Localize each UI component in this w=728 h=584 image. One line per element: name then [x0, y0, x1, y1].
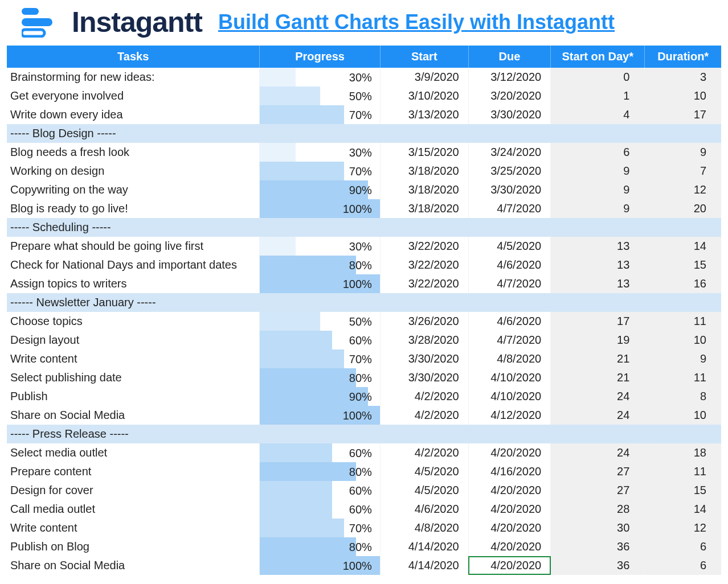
cell-progress[interactable]: 60% — [260, 443, 381, 462]
cell-progress[interactable]: 90% — [260, 387, 381, 406]
cell-task[interactable]: Prepare content — [7, 462, 260, 481]
cell-start[interactable]: 4/6/2020 — [380, 500, 468, 519]
cell-task[interactable]: Copywriting on the way — [7, 180, 260, 199]
cell-start-day[interactable]: 4 — [551, 105, 645, 124]
cell-start-day[interactable]: 24 — [551, 406, 645, 425]
cell-task[interactable]: Design for cover — [7, 481, 260, 500]
cell-progress[interactable]: 30% — [260, 143, 381, 162]
cell-start-day[interactable]: 36 — [551, 556, 645, 575]
cell-duration[interactable]: 11 — [645, 462, 721, 481]
cell-start[interactable]: 4/14/2020 — [380, 537, 468, 556]
cell-start[interactable]: 3/30/2020 — [380, 349, 468, 368]
cell-progress[interactable]: 100% — [260, 406, 381, 425]
cell-start-day[interactable]: 9 — [551, 180, 645, 199]
cell-duration[interactable]: 15 — [645, 481, 721, 500]
cell-duration[interactable]: 10 — [645, 87, 721, 105]
cell-task[interactable]: Write down every idea — [7, 105, 260, 124]
cell-due[interactable]: 4/20/2020 — [468, 443, 550, 462]
cell-duration[interactable]: 17 — [645, 105, 721, 124]
cell-start-day[interactable]: 27 — [551, 481, 645, 500]
cell-due[interactable]: 4/16/2020 — [468, 462, 550, 481]
cell-task[interactable]: Share on Social Media — [7, 556, 260, 575]
cell-start-day[interactable]: 21 — [551, 368, 645, 387]
cell-start-day[interactable]: 21 — [551, 349, 645, 368]
cell-due[interactable]: 3/30/2020 — [468, 180, 550, 199]
cell-due[interactable]: 4/7/2020 — [468, 199, 550, 218]
cell-task[interactable]: Write content — [7, 519, 260, 537]
cell-start[interactable]: 3/22/2020 — [380, 274, 468, 293]
cell-start[interactable]: 3/22/2020 — [380, 237, 468, 256]
cell-start-day[interactable]: 0 — [551, 68, 645, 87]
cell-progress[interactable]: 60% — [260, 331, 381, 349]
cell-due[interactable]: 4/12/2020 — [468, 406, 550, 425]
cell-start[interactable]: 4/2/2020 — [380, 387, 468, 406]
cell-start[interactable]: 3/9/2020 — [380, 68, 468, 87]
cell-start[interactable]: 3/30/2020 — [380, 368, 468, 387]
cell-task[interactable]: Call media outlet — [7, 500, 260, 519]
cell-progress[interactable]: 50% — [260, 312, 381, 331]
cell-task[interactable]: Select media outlet — [7, 443, 260, 462]
cell-progress[interactable]: 70% — [260, 349, 381, 368]
cell-due[interactable]: 4/10/2020 — [468, 387, 550, 406]
cell-due[interactable]: 4/7/2020 — [468, 274, 550, 293]
cell-progress[interactable]: 70% — [260, 162, 381, 180]
cell-task[interactable]: Publish — [7, 387, 260, 406]
cell-progress[interactable]: 100% — [260, 274, 381, 293]
cell-duration[interactable]: 10 — [645, 406, 721, 425]
cell-start-day[interactable]: 1 — [551, 87, 645, 105]
cell-task[interactable]: Share on Social Media — [7, 406, 260, 425]
cell-start-day[interactable]: 27 — [551, 462, 645, 481]
cell-duration[interactable]: 18 — [645, 443, 721, 462]
cell-duration[interactable]: 3 — [645, 68, 721, 87]
cell-due[interactable]: 4/20/2020 — [468, 481, 550, 500]
cell-start[interactable]: 4/2/2020 — [380, 443, 468, 462]
cell-progress[interactable]: 30% — [260, 237, 381, 256]
cell-start[interactable]: 3/22/2020 — [380, 256, 468, 274]
cell-duration[interactable]: 10 — [645, 331, 721, 349]
cell-task[interactable]: Choose topics — [7, 312, 260, 331]
cell-start[interactable]: 4/14/2020 — [380, 556, 468, 575]
cell-start[interactable]: 3/18/2020 — [380, 199, 468, 218]
cell-start-day[interactable]: 13 — [551, 274, 645, 293]
cell-progress[interactable]: 90% — [260, 180, 381, 199]
cell-start[interactable]: 4/8/2020 — [380, 519, 468, 537]
cell-start[interactable]: 3/18/2020 — [380, 180, 468, 199]
cell-task[interactable]: Publish on Blog — [7, 537, 260, 556]
cell-start-day[interactable]: 6 — [551, 143, 645, 162]
cell-start[interactable]: 3/26/2020 — [380, 312, 468, 331]
cell-start[interactable]: 4/5/2020 — [380, 481, 468, 500]
cell-duration[interactable]: 20 — [645, 199, 721, 218]
cell-progress[interactable]: 80% — [260, 368, 381, 387]
cell-duration[interactable]: 14 — [645, 237, 721, 256]
cell-due[interactable]: 4/10/2020 — [468, 368, 550, 387]
cell-due[interactable]: 4/20/2020 — [468, 500, 550, 519]
cell-duration[interactable]: 7 — [645, 162, 721, 180]
cell-progress[interactable]: 60% — [260, 481, 381, 500]
cell-start-day[interactable]: 13 — [551, 237, 645, 256]
cell-task[interactable]: Blog is ready to go live! — [7, 199, 260, 218]
cell-due[interactable]: 3/30/2020 — [468, 105, 550, 124]
cell-progress[interactable]: 30% — [260, 68, 381, 87]
cell-progress[interactable]: 70% — [260, 519, 381, 537]
cell-task[interactable]: Design layout — [7, 331, 260, 349]
cell-duration[interactable]: 12 — [645, 519, 721, 537]
cell-task[interactable]: Get everyone involved — [7, 87, 260, 105]
cell-task[interactable]: Assign topics to writers — [7, 274, 260, 293]
cell-due[interactable]: 4/7/2020 — [468, 331, 550, 349]
cell-task[interactable]: Check for National Days and important da… — [7, 256, 260, 274]
cell-start-day[interactable]: 28 — [551, 500, 645, 519]
cell-duration[interactable]: 15 — [645, 256, 721, 274]
cell-due[interactable]: 4/20/2020 — [468, 519, 550, 537]
cell-progress[interactable]: 60% — [260, 500, 381, 519]
cell-task[interactable]: Brainstorming for new ideas: — [7, 68, 260, 87]
cell-start[interactable]: 4/2/2020 — [380, 406, 468, 425]
cell-start[interactable]: 3/28/2020 — [380, 331, 468, 349]
cell-due[interactable]: 4/6/2020 — [468, 256, 550, 274]
cell-duration[interactable]: 8 — [645, 387, 721, 406]
cell-start[interactable]: 3/13/2020 — [380, 105, 468, 124]
cell-duration[interactable]: 14 — [645, 500, 721, 519]
cell-start[interactable]: 4/5/2020 — [380, 462, 468, 481]
cell-due[interactable]: 3/20/2020 — [468, 87, 550, 105]
cell-due[interactable]: 3/24/2020 — [468, 143, 550, 162]
cell-duration[interactable]: 9 — [645, 349, 721, 368]
